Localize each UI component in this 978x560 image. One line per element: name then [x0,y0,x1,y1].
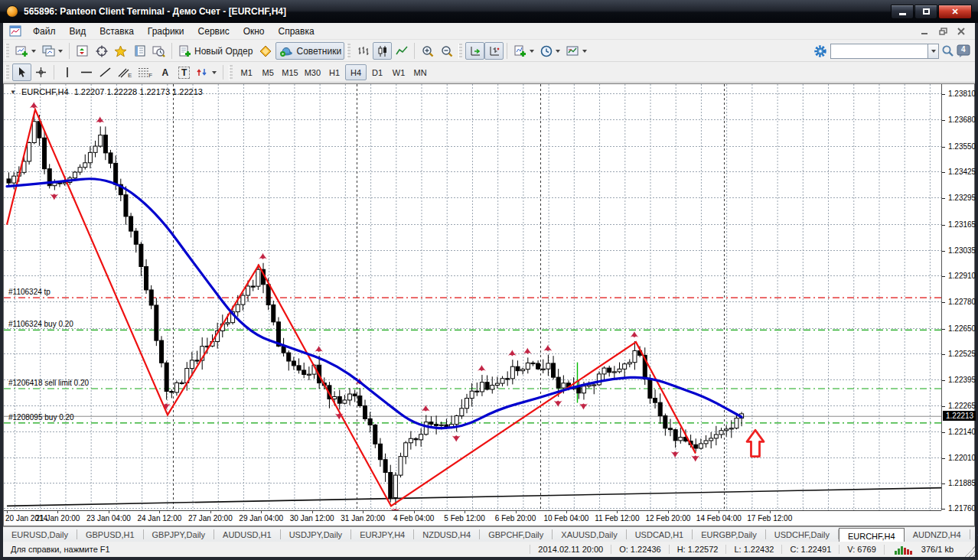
timeframe-button-H1[interactable]: H1 [324,64,345,80]
fibonacci-tool-button[interactable]: F [135,63,155,81]
candle [266,285,270,305]
time-tick-label: 17 Feb 12:00 [747,514,792,523]
chart-tab-bar: EURUSD,DailyGBPUSD,H1GBPJPY,DailyAUDUSD,… [3,526,975,542]
fractal-down-icon [671,451,680,457]
toolbar-grip[interactable] [5,65,9,80]
menu-item-2[interactable]: Вставка [93,24,141,39]
order-line-label[interactable]: #1208095 buy 0.20 [8,413,74,422]
candle [195,360,199,361]
candle [404,443,408,457]
order-line-label[interactable]: #1106324 buy 0.20 [8,320,73,328]
auto-scroll-button[interactable] [465,42,484,60]
price-tick-label: 1.22525 [942,350,976,358]
mql-settings-gear-icon[interactable] [813,44,827,58]
fractal-down-icon [452,435,461,441]
chart-tab-4[interactable]: USDJPY,Daily [281,529,352,539]
chart-tab-1[interactable]: GBPUSD,H1 [77,529,144,539]
maximize-button[interactable] [914,5,937,19]
cursor-tool-button[interactable] [12,63,31,81]
chart-tab-6[interactable]: NZDUSD,H4 [414,529,480,539]
market-watch-button[interactable] [73,42,92,60]
current-price-box: 1.22213 [943,411,976,421]
toolbar-grip[interactable] [458,44,462,59]
arrows-tool-button[interactable] [194,63,220,81]
zoom-in-button[interactable] [418,42,437,60]
strategy-tester-button[interactable] [149,42,168,60]
menu-item-1[interactable]: Вид [63,24,93,39]
collapse-triangle-icon[interactable]: ▼ [10,89,16,96]
toolbar-grip[interactable] [229,65,233,80]
chart-tab-3[interactable]: AUDUSD,H1 [214,529,281,539]
templates-button[interactable] [563,42,590,60]
chart-tab-12[interactable]: EURCHF,H4 [839,528,905,542]
menu-item-5[interactable]: Окно [236,24,272,39]
close-button[interactable]: ✕ [938,5,972,19]
terminal-button[interactable] [130,42,149,60]
chart-tab-10[interactable]: EURGBP,Daily [693,529,766,539]
channel-tool-button[interactable]: E [115,63,135,81]
new-chart-button[interactable] [12,42,39,60]
arrow-up-annotation[interactable] [747,430,764,456]
bar-chart-button[interactable] [354,42,373,60]
periods-button[interactable] [537,42,563,60]
timeframe-button-W1[interactable]: W1 [388,64,409,80]
menu-item-4[interactable]: Сервис [191,24,236,39]
toolbar-grip[interactable] [5,44,9,59]
zoom-out-button[interactable] [437,42,456,60]
chart-tab-8[interactable]: XAUUSD,Daily [553,529,626,539]
experts-button[interactable]: Советники [275,42,344,60]
candle [251,286,255,287]
timeframe-button-D1[interactable]: D1 [367,64,388,80]
chart-tab-7[interactable]: GBPCHF,Daily [480,529,553,539]
horizontal-line-tool-button[interactable] [77,63,96,81]
price-axis[interactable]: 1.22213 1.238101.236801.235501.234251.23… [941,84,974,510]
chart-plot[interactable]: #1106324 tp#1106324 buy 0.20#1206418 sel… [4,84,941,510]
menu-item-0[interactable]: Файл [26,24,63,39]
chart-tab-13[interactable]: AUDNZD,H4 [905,529,970,539]
timeframe-button-M15[interactable]: M15 [279,64,301,80]
status-open: O: 1.22436 [611,545,668,554]
chart-tab-0[interactable]: EURUSD,Daily [3,529,77,539]
candle [623,364,627,370]
line-chart-button[interactable] [392,42,411,60]
data-window-button[interactable] [92,42,111,60]
menu-item-6[interactable]: Справка [272,24,321,39]
candlestick-chart-button[interactable] [373,42,392,60]
child-close-button[interactable] [955,26,967,37]
minimize-button[interactable] [891,5,914,19]
search-dropdown-button[interactable] [928,44,939,59]
trendline-tool-button[interactable] [96,63,115,81]
timeframe-button-M5[interactable]: M5 [257,64,279,80]
order-line-label[interactable]: #1206418 sell limit 0.20 [8,379,90,387]
chart-tab-11[interactable]: USDCHF,Daily [766,529,839,539]
order-line-label[interactable]: #1106324 tp [8,288,51,296]
child-restore-button[interactable] [937,26,949,37]
menu-item-3[interactable]: Графики [141,24,191,39]
navigator-button[interactable] [111,42,130,60]
chart-shift-button[interactable] [484,42,504,60]
time-axis[interactable]: 20 Jan 201421 Jan 20:0023 Jan 04:0024 Ja… [4,510,941,526]
resize-grip[interactable] [964,546,975,557]
time-tick-label: 6 Feb 20:00 [495,514,536,523]
timeframe-button-M1[interactable]: M1 [236,64,257,80]
child-minimize-button[interactable] [918,26,931,37]
crosshair-tool-button[interactable] [31,63,51,81]
chart-tab-5[interactable]: EURJPY,H4 [351,529,414,539]
search-input[interactable] [830,44,928,59]
text-tool-button[interactable]: A [155,63,174,81]
vertical-line-tool-button[interactable] [57,63,77,81]
new-order-button[interactable]: Новый Ордер [175,42,256,60]
text-label-tool-button[interactable]: T [174,63,194,81]
timeframe-button-H4[interactable]: H4 [345,64,367,80]
chart-tab-9[interactable]: USDCAD,H1 [627,529,693,539]
notifications-button[interactable]: 4 [957,44,970,58]
search-button[interactable] [941,44,954,57]
profiles-button[interactable] [39,42,66,60]
tester-magnifier-icon [152,45,165,57]
timeframe-button-MN[interactable]: MN [409,64,431,80]
toolbar-grip[interactable] [347,44,350,59]
metaeditor-button[interactable] [256,42,275,60]
chart-tab-2[interactable]: GBPJPY,Daily [144,529,215,539]
timeframe-button-M30[interactable]: M30 [302,64,324,80]
indicators-button[interactable] [510,42,537,60]
